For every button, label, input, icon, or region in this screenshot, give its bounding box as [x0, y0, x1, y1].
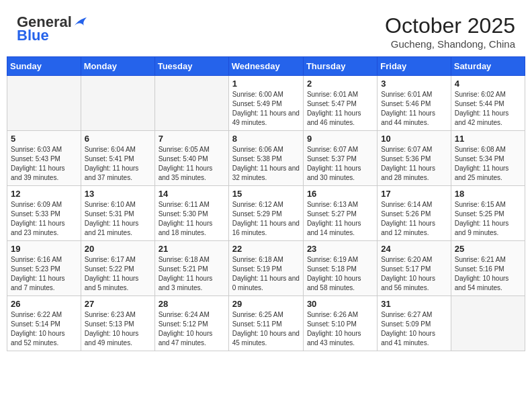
logo: General Blue [17, 13, 88, 44]
day-number: 2 [307, 79, 373, 89]
day-info: Sunrise: 6:08 AMSunset: 5:34 PMDaylight:… [455, 145, 521, 183]
day-info: Sunrise: 6:04 AMSunset: 5:41 PMDaylight:… [85, 145, 151, 183]
calendar-week-5: 26Sunrise: 6:22 AMSunset: 5:14 PMDayligh… [7, 296, 525, 351]
calendar-cell: 17Sunrise: 6:14 AMSunset: 5:26 PMDayligh… [378, 186, 451, 241]
calendar-cell: 6Sunrise: 6:04 AMSunset: 5:41 PMDaylight… [81, 131, 154, 186]
calendar-cell: 1Sunrise: 6:00 AMSunset: 5:49 PMDaylight… [228, 76, 303, 131]
calendar-week-2: 5Sunrise: 6:03 AMSunset: 5:43 PMDaylight… [7, 131, 525, 186]
weekday-header-thursday: Thursday [303, 57, 377, 76]
day-number: 3 [381, 79, 447, 89]
day-info: Sunrise: 6:26 AMSunset: 5:10 PMDaylight:… [307, 310, 373, 348]
day-info: Sunrise: 6:09 AMSunset: 5:33 PMDaylight:… [11, 200, 77, 238]
calendar-week-1: 1Sunrise: 6:00 AMSunset: 5:49 PMDaylight… [7, 76, 525, 131]
day-info: Sunrise: 6:06 AMSunset: 5:38 PMDaylight:… [232, 145, 300, 183]
day-number: 9 [307, 134, 373, 144]
calendar-cell: 9Sunrise: 6:07 AMSunset: 5:37 PMDaylight… [303, 131, 377, 186]
calendar-cell [154, 76, 228, 131]
day-info: Sunrise: 6:24 AMSunset: 5:12 PMDaylight:… [159, 310, 225, 348]
calendar-cell: 15Sunrise: 6:12 AMSunset: 5:29 PMDayligh… [228, 186, 303, 241]
day-info: Sunrise: 6:18 AMSunset: 5:21 PMDaylight:… [159, 255, 225, 293]
calendar-week-4: 19Sunrise: 6:16 AMSunset: 5:23 PMDayligh… [7, 241, 525, 296]
day-info: Sunrise: 6:14 AMSunset: 5:26 PMDaylight:… [381, 200, 447, 238]
day-number: 26 [11, 299, 77, 309]
day-number: 8 [232, 134, 300, 144]
calendar-cell: 29Sunrise: 6:25 AMSunset: 5:11 PMDayligh… [228, 296, 303, 351]
day-number: 10 [381, 134, 447, 144]
day-number: 28 [159, 299, 225, 309]
day-info: Sunrise: 6:12 AMSunset: 5:29 PMDaylight:… [232, 200, 300, 238]
calendar-cell: 21Sunrise: 6:18 AMSunset: 5:21 PMDayligh… [154, 241, 228, 296]
weekday-header-friday: Friday [378, 57, 451, 76]
calendar-cell: 4Sunrise: 6:02 AMSunset: 5:44 PMDaylight… [451, 76, 525, 131]
day-number: 16 [307, 189, 373, 199]
page-header: General Blue October 2025 Gucheng, Shand… [7, 7, 525, 53]
day-number: 17 [381, 189, 447, 199]
day-info: Sunrise: 6:11 AMSunset: 5:30 PMDaylight:… [159, 200, 225, 238]
weekday-header-monday: Monday [81, 57, 154, 76]
day-info: Sunrise: 6:13 AMSunset: 5:27 PMDaylight:… [307, 200, 373, 238]
day-info: Sunrise: 6:25 AMSunset: 5:11 PMDaylight:… [232, 310, 300, 348]
day-number: 30 [307, 299, 373, 309]
day-number: 18 [455, 189, 521, 199]
day-info: Sunrise: 6:27 AMSunset: 5:09 PMDaylight:… [381, 310, 447, 348]
day-number: 12 [11, 189, 77, 199]
calendar-cell: 5Sunrise: 6:03 AMSunset: 5:43 PMDaylight… [7, 131, 81, 186]
day-info: Sunrise: 6:02 AMSunset: 5:44 PMDaylight:… [455, 90, 521, 128]
calendar-cell: 18Sunrise: 6:15 AMSunset: 5:25 PMDayligh… [451, 186, 525, 241]
calendar-cell: 26Sunrise: 6:22 AMSunset: 5:14 PMDayligh… [7, 296, 81, 351]
calendar-cell: 20Sunrise: 6:17 AMSunset: 5:22 PMDayligh… [81, 241, 154, 296]
location: Gucheng, Shandong, China [385, 38, 515, 50]
day-number: 6 [85, 134, 151, 144]
day-info: Sunrise: 6:21 AMSunset: 5:16 PMDaylight:… [455, 255, 521, 293]
day-info: Sunrise: 6:05 AMSunset: 5:40 PMDaylight:… [159, 145, 225, 183]
day-info: Sunrise: 6:00 AMSunset: 5:49 PMDaylight:… [232, 90, 300, 128]
day-info: Sunrise: 6:10 AMSunset: 5:31 PMDaylight:… [85, 200, 151, 238]
calendar-cell: 7Sunrise: 6:05 AMSunset: 5:40 PMDaylight… [154, 131, 228, 186]
day-number: 25 [455, 244, 521, 254]
day-number: 21 [159, 244, 225, 254]
day-info: Sunrise: 6:22 AMSunset: 5:14 PMDaylight:… [11, 310, 77, 348]
day-number: 14 [159, 189, 225, 199]
day-info: Sunrise: 6:23 AMSunset: 5:13 PMDaylight:… [85, 310, 151, 348]
day-number: 15 [232, 189, 300, 199]
calendar-cell: 28Sunrise: 6:24 AMSunset: 5:12 PMDayligh… [154, 296, 228, 351]
weekday-header-wednesday: Wednesday [228, 57, 303, 76]
calendar-cell: 22Sunrise: 6:18 AMSunset: 5:19 PMDayligh… [228, 241, 303, 296]
day-info: Sunrise: 6:17 AMSunset: 5:22 PMDaylight:… [85, 255, 151, 293]
day-info: Sunrise: 6:01 AMSunset: 5:46 PMDaylight:… [381, 90, 447, 128]
calendar-cell: 16Sunrise: 6:13 AMSunset: 5:27 PMDayligh… [303, 186, 377, 241]
day-info: Sunrise: 6:07 AMSunset: 5:37 PMDaylight:… [307, 145, 373, 183]
calendar-cell: 31Sunrise: 6:27 AMSunset: 5:09 PMDayligh… [378, 296, 451, 351]
calendar-cell: 11Sunrise: 6:08 AMSunset: 5:34 PMDayligh… [451, 131, 525, 186]
day-number: 29 [232, 299, 300, 309]
day-info: Sunrise: 6:16 AMSunset: 5:23 PMDaylight:… [11, 255, 77, 293]
calendar-cell: 12Sunrise: 6:09 AMSunset: 5:33 PMDayligh… [7, 186, 81, 241]
calendar-cell: 10Sunrise: 6:07 AMSunset: 5:36 PMDayligh… [378, 131, 451, 186]
calendar-cell: 23Sunrise: 6:19 AMSunset: 5:18 PMDayligh… [303, 241, 377, 296]
calendar-cell: 25Sunrise: 6:21 AMSunset: 5:16 PMDayligh… [451, 241, 525, 296]
title-area: October 2025 Gucheng, Shandong, China [385, 13, 515, 50]
weekday-header-row: SundayMondayTuesdayWednesdayThursdayFrid… [7, 57, 525, 76]
day-number: 31 [381, 299, 447, 309]
calendar-table: SundayMondayTuesdayWednesdayThursdayFrid… [7, 56, 525, 351]
day-number: 22 [232, 244, 300, 254]
day-number: 27 [85, 299, 151, 309]
day-number: 4 [455, 79, 521, 89]
calendar-cell: 2Sunrise: 6:01 AMSunset: 5:47 PMDaylight… [303, 76, 377, 131]
calendar-week-3: 12Sunrise: 6:09 AMSunset: 5:33 PMDayligh… [7, 186, 525, 241]
day-info: Sunrise: 6:18 AMSunset: 5:19 PMDaylight:… [232, 255, 300, 293]
calendar-cell [81, 76, 154, 131]
calendar-cell: 13Sunrise: 6:10 AMSunset: 5:31 PMDayligh… [81, 186, 154, 241]
day-info: Sunrise: 6:19 AMSunset: 5:18 PMDaylight:… [307, 255, 373, 293]
weekday-header-tuesday: Tuesday [154, 57, 228, 76]
calendar-cell: 24Sunrise: 6:20 AMSunset: 5:17 PMDayligh… [378, 241, 451, 296]
day-number: 23 [307, 244, 373, 254]
weekday-header-sunday: Sunday [7, 57, 81, 76]
day-number: 20 [85, 244, 151, 254]
calendar-cell [7, 76, 81, 131]
weekday-header-saturday: Saturday [451, 57, 525, 76]
day-info: Sunrise: 6:15 AMSunset: 5:25 PMDaylight:… [455, 200, 521, 238]
logo-blue: Blue [17, 27, 49, 44]
day-number: 19 [11, 244, 77, 254]
day-number: 11 [455, 134, 521, 144]
